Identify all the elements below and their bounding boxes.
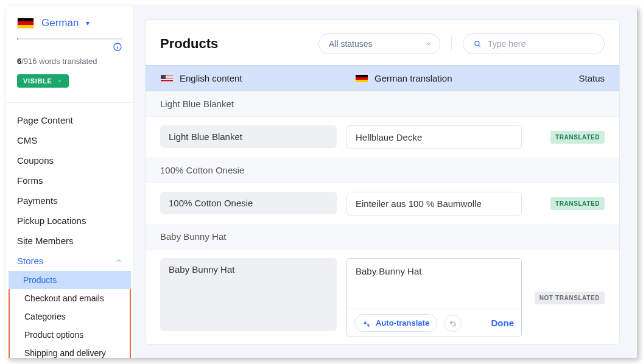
page-title: Products (160, 36, 218, 52)
translation-text[interactable]: Baby Bunny Hat (347, 259, 521, 309)
visibility-toggle[interactable]: VISIBLE (17, 74, 69, 88)
col-source-label: English content (180, 73, 242, 83)
sidebar-sub-categories[interactable]: Categories (10, 307, 130, 326)
sidebar-item-stores[interactable]: Stores (6, 251, 133, 271)
svg-point-2 (118, 45, 118, 46)
column-headers: English content German translation Statu… (146, 65, 619, 91)
info-icon[interactable] (17, 42, 122, 52)
highlighted-submenu: Products Checkout and emails Categories … (9, 271, 131, 358)
sidebar-item-site-members[interactable]: Site Members (6, 231, 133, 251)
col-target-label: German translation (374, 73, 452, 83)
sidebar: German ▾ 6/916 words translated VISIBLE … (6, 6, 134, 358)
sidebar-sub-products[interactable]: Products (9, 271, 131, 289)
status-badge: NOT TRANSLATED (535, 292, 605, 304)
flag-us-icon (160, 74, 174, 83)
sidebar-item-pickup-locations[interactable]: Pickup Locations (6, 211, 133, 231)
language-selector[interactable]: German ▾ (17, 17, 122, 29)
main: Products All statuses English c (134, 6, 637, 358)
divider (451, 37, 452, 51)
svg-point-3 (475, 41, 479, 46)
chevron-up-icon (115, 257, 122, 264)
section-title: 100% Cotton Onesie (146, 158, 619, 183)
translate-icon (362, 319, 371, 327)
sidebar-item-page-content[interactable]: Page Content (6, 110, 133, 130)
source-text: Light Blue Blanket (160, 125, 337, 148)
auto-translate-button[interactable]: Auto-translate (354, 314, 437, 332)
sidebar-item-cms[interactable]: CMS (6, 130, 133, 150)
sidebar-sub-shipping[interactable]: Shipping and delivery (10, 344, 130, 358)
source-text: Baby Bunny Hat (160, 258, 337, 331)
col-status-label: Status (532, 73, 605, 83)
chevron-down-icon: ▾ (86, 19, 90, 27)
sidebar-sub-product-options[interactable]: Product options (10, 326, 130, 344)
products-panel: Products All statuses English c (145, 19, 620, 345)
source-text: 100% Cotton Onesie (160, 192, 337, 214)
section-title: Baby Bunny Hat (146, 224, 619, 249)
sidebar-nav: Page Content CMS Coupons Forms Payments … (6, 103, 133, 358)
language-name: German (41, 17, 79, 29)
status-filter[interactable]: All statuses (318, 33, 440, 54)
sidebar-item-forms[interactable]: Forms (6, 170, 133, 191)
done-button[interactable]: Done (491, 318, 515, 328)
flag-de-icon (17, 18, 34, 29)
svg-line-4 (479, 45, 480, 47)
words-translated: 6/916 words translated (17, 57, 122, 66)
undo-icon (449, 319, 457, 327)
chevron-down-icon (425, 40, 432, 47)
undo-button[interactable] (444, 315, 462, 332)
status-badge: TRANSLATED (550, 197, 605, 210)
sidebar-item-coupons[interactable]: Coupons (6, 150, 133, 170)
translation-editor[interactable]: Baby Bunny Hat Auto-translate (346, 258, 522, 337)
translation-progress (17, 38, 122, 40)
table-row: Baby Bunny Hat Baby Bunny Hat Auto-trans… (146, 249, 619, 345)
flag-de-icon (355, 74, 368, 83)
status-badge: TRANSLATED (550, 131, 605, 144)
translation-text[interactable]: Hellblaue Decke (346, 125, 522, 149)
search-icon (473, 40, 482, 48)
sidebar-sub-checkout[interactable]: Checkout and emails (10, 289, 130, 307)
sidebar-item-payments[interactable]: Payments (6, 191, 133, 211)
section-title: Light Blue Blanket (146, 91, 619, 116)
table-row: Light Blue Blanket Hellblaue Decke TRANS… (146, 116, 619, 158)
search-input[interactable] (463, 33, 605, 54)
translation-text[interactable]: Einteiler aus 100 % Baumwolle (346, 192, 522, 215)
search-field[interactable] (488, 39, 594, 49)
table-row: 100% Cotton Onesie Einteiler aus 100 % B… (146, 183, 619, 224)
